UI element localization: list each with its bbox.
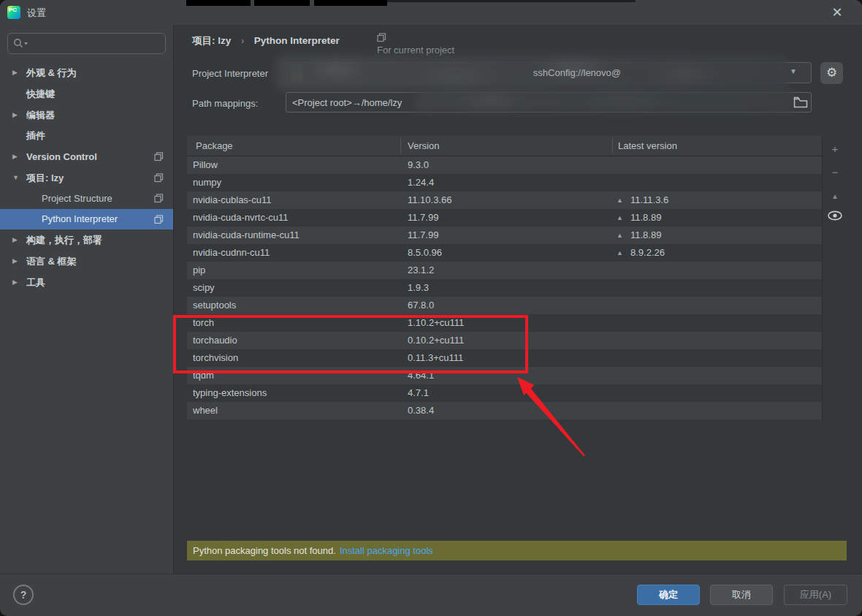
banner-message: Python packaging tools not found.: [193, 545, 336, 556]
title-bar: PC 设置 ✕: [0, 0, 862, 25]
sidebar-item-python-interpreter[interactable]: Python Interpreter: [0, 209, 173, 229]
redaction-bar: [314, 0, 387, 6]
settings-sidebar: ▶ 外观 & 行为 快捷键 ▶ 编辑器 插件 ▶ Version Control…: [0, 25, 173, 574]
warning-banner: Python packaging tools not found.Install…: [187, 541, 847, 560]
column-divider: [612, 137, 613, 154]
sidebar-item-build-execution[interactable]: ▶ 构建，执行，部署: [0, 229, 173, 251]
help-icon[interactable]: ?: [13, 585, 34, 605]
shared-settings-icon: [154, 173, 164, 183]
table-row[interactable]: torchaudio 0.10.2+cu111: [187, 332, 822, 349]
scope-note: For current project: [377, 33, 454, 49]
table-row[interactable]: nvidia-cublas-cu11 11.10.3.66 ▲ 11.11.3.…: [187, 191, 822, 209]
chevron-right-icon: ▶: [12, 272, 23, 293]
interpreter-label: Project Interpreter: [192, 68, 268, 79]
shared-settings-icon: [154, 152, 164, 161]
ok-button[interactable]: 确定: [637, 585, 700, 605]
dialog-footer: ? 确定 取消 应用(A): [0, 574, 862, 616]
column-version[interactable]: Version: [408, 136, 439, 156]
table-row[interactable]: scipy 1.9.3: [187, 279, 822, 297]
shared-settings-icon: [154, 194, 164, 203]
breadcrumb: 项目: lzy › Python Interpreter: [192, 33, 340, 49]
package-table: Package Version Latest version Pillow 9.…: [187, 136, 822, 419]
table-row[interactable]: tqdm 4.64.1: [187, 367, 822, 384]
table-row[interactable]: Pillow 9.3.0: [187, 156, 822, 174]
search-icon: [13, 38, 29, 49]
search-input[interactable]: [7, 33, 166, 54]
upgrade-arrow-icon: ▲: [617, 209, 623, 227]
table-border: [822, 136, 823, 421]
install-packaging-tools-link[interactable]: Install packaging tools: [340, 545, 433, 556]
table-row[interactable]: nvidia-cuda-runtime-cu11 11.7.99 ▲ 11.8.…: [187, 227, 822, 244]
close-icon[interactable]: ✕: [828, 4, 847, 21]
sidebar-item-plugins[interactable]: 插件: [0, 125, 173, 146]
breadcrumb-chevron-icon: ›: [241, 35, 244, 46]
package-table-header: Package Version Latest version: [187, 136, 822, 156]
sidebar-item-project-structure[interactable]: Project Structure: [0, 188, 173, 209]
settings-dialog: PC 设置 ✕ ▶ 外观 & 行为 快捷键 ▶ 编辑器 插件 ▶ Vers: [0, 0, 862, 616]
shared-settings-icon: [154, 215, 164, 224]
redaction-bar: [387, 0, 636, 2]
censored-blur-region: [415, 89, 795, 113]
column-package[interactable]: Package: [196, 136, 233, 156]
column-divider: [400, 137, 401, 154]
table-row[interactable]: numpy 1.24.4: [187, 174, 822, 191]
table-row[interactable]: pip 23.1.2: [187, 262, 822, 279]
table-row[interactable]: wheel 0.38.4: [187, 402, 822, 419]
per-project-icon: [377, 33, 386, 42]
upgrade-arrow-icon: ▲: [617, 244, 623, 262]
path-mappings-label: Path mappings:: [192, 98, 258, 109]
path-mappings-value: <Project root>→/home/lzy: [292, 97, 402, 108]
upgrade-package-button[interactable]: ▲: [828, 190, 842, 203]
sidebar-item-editor[interactable]: ▶ 编辑器: [0, 104, 173, 126]
table-row[interactable]: setuptools 67.8.0: [187, 297, 822, 314]
settings-content: 项目: lzy › Python Interpreter For current…: [173, 25, 862, 574]
chevron-right-icon: ▶: [12, 104, 23, 126]
interpreter-value: sshConfig://lenovo@: [533, 67, 621, 78]
table-row[interactable]: nvidia-cudnn-cu11 8.5.0.96 ▲ 8.9.2.26: [187, 244, 822, 262]
redaction-bar: [186, 0, 251, 6]
sidebar-item-tools[interactable]: ▶ 工具: [0, 272, 173, 293]
chevron-right-icon: ▶: [12, 229, 23, 251]
apply-button[interactable]: 应用(A): [784, 585, 847, 605]
breadcrumb-page: Python Interpreter: [254, 35, 340, 46]
pycharm-logo-icon: PC: [7, 6, 20, 19]
sidebar-item-keymap[interactable]: 快捷键: [0, 83, 173, 104]
breadcrumb-project[interactable]: 项目: lzy: [192, 35, 231, 46]
chevron-right-icon: ▶: [12, 251, 23, 272]
upgrade-arrow-icon: ▲: [617, 191, 623, 209]
eye-icon[interactable]: [826, 209, 844, 222]
dropdown-arrow-icon[interactable]: ▼: [790, 67, 797, 75]
redaction-bar: [254, 0, 310, 6]
table-row[interactable]: torchvision 0.11.3+cu111: [187, 349, 822, 367]
add-package-button[interactable]: +: [828, 142, 842, 156]
remove-package-button[interactable]: −: [828, 166, 842, 179]
upgrade-arrow-icon: ▲: [617, 227, 623, 244]
censored-blur-region: [276, 56, 787, 91]
chevron-right-icon: ▶: [12, 62, 23, 83]
sidebar-item-project-lzy[interactable]: ▼ 项目: lzy: [0, 167, 173, 189]
sidebar-item-languages-frameworks[interactable]: ▶ 语言 & 框架: [0, 251, 173, 272]
table-row[interactable]: torch 1.10.2+cu111: [187, 314, 822, 332]
folder-icon[interactable]: [793, 96, 808, 109]
chevron-right-icon: ▶: [12, 146, 23, 167]
column-latest-version[interactable]: Latest version: [618, 136, 677, 156]
sidebar-item-appearance[interactable]: ▶ 外观 & 行为: [0, 62, 173, 83]
sidebar-item-version-control[interactable]: ▶ Version Control: [0, 146, 173, 167]
table-row[interactable]: nvidia-cuda-nvrtc-cu11 11.7.99 ▲ 11.8.89: [187, 209, 822, 227]
cancel-button[interactable]: 取消: [710, 585, 773, 605]
window-title: 设置: [27, 7, 46, 20]
gear-icon[interactable]: ⚙: [820, 62, 843, 84]
table-row[interactable]: typing-extensions 4.7.1: [187, 384, 822, 402]
chevron-down-icon: ▼: [12, 167, 23, 189]
